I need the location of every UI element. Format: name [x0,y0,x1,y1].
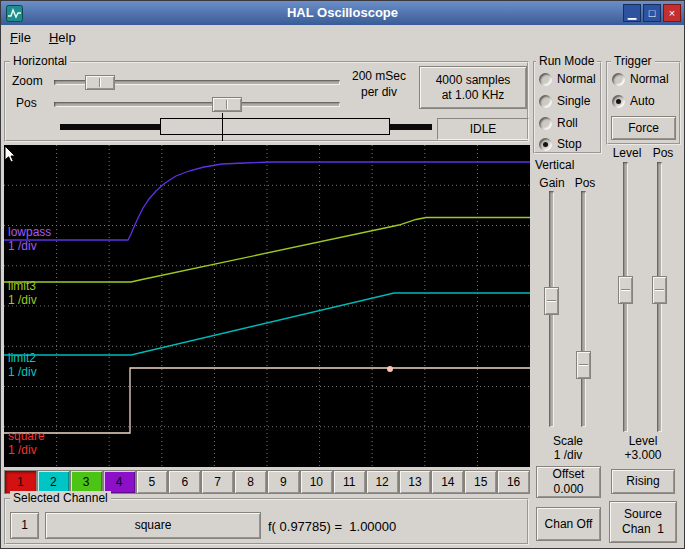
trigger-pos-slider[interactable] [652,162,667,432]
vertical-pos-slider[interactable] [576,191,591,427]
trigger-pos-slider-handle[interactable] [652,276,667,304]
force-trigger-button[interactable]: Force [611,116,676,140]
vertical-gain-slider[interactable] [544,191,559,427]
record-settings-button[interactable]: 4000 samples at 1.00 KHz [419,66,527,109]
trigger-level-slider[interactable] [618,162,633,432]
channel-button-15[interactable]: 15 [464,470,497,494]
run-mode-stop-radio[interactable]: Stop [539,136,582,152]
vertical-section-label: Vertical [535,158,574,172]
radio-icon [612,95,625,108]
horizontal-pos-label: Pos [16,96,37,110]
vertical-pos-slider-track[interactable] [581,191,586,427]
zoom-label: Zoom [12,74,43,88]
record-window-outline [160,118,390,135]
menubar: File Help [1,25,684,50]
trigger-level-value: +3.000 [609,448,677,462]
channel-button-14[interactable]: 14 [431,470,464,494]
horizontal-pos-slider-handle[interactable] [212,97,242,112]
trigger-auto-radio[interactable]: Auto [612,93,655,109]
run-mode-single-radio[interactable]: Single [539,93,590,109]
app-window: HAL Oscilloscope ▁ □ × File Help Horizon… [0,0,685,549]
trigger-level-slider-handle[interactable] [618,276,633,304]
trigger-level-slider-label: Level [607,146,647,160]
channel-button-13[interactable]: 13 [399,470,432,494]
vertical-pos-slider-handle[interactable] [576,351,591,379]
time-per-div-value: 200 mSec [343,69,415,83]
trigger-source-line1: Source [624,507,662,522]
channel-button-12[interactable]: 12 [366,470,399,494]
zoom-slider[interactable] [54,75,340,90]
trigger-normal-radio[interactable]: Normal [612,71,669,87]
channel-button-5[interactable]: 5 [136,470,169,494]
horizontal-frame-label: Horizontal [10,54,70,68]
radio-icon [539,73,552,86]
channel-button-10[interactable]: 10 [300,470,333,494]
channel-button-16[interactable]: 16 [497,470,530,494]
trigger-position-tick [222,113,223,141]
scope-plot [4,145,530,467]
channel-button-11[interactable]: 11 [333,470,366,494]
record-samples-line: 4000 samples [436,73,511,88]
radio-label: Normal [630,72,669,86]
titlebar[interactable]: HAL Oscilloscope ▁ □ × [1,1,684,25]
time-per-div-units: per div [343,85,415,99]
minimize-icon[interactable]: ▁ [623,4,641,22]
radio-label: Normal [557,72,596,86]
scope-display[interactable]: lowpass1 /divlimit31 /divlimit21 /divsqu… [4,145,530,467]
menu-file[interactable]: File [1,27,40,48]
trigger-pos-slider-label: Pos [647,146,679,160]
radio-icon [539,95,552,108]
radio-label: Single [557,94,590,108]
vertical-pos-label: Pos [570,176,600,190]
record-position-bar [8,113,432,141]
mouse-cursor [4,145,18,165]
offset-value: 0.000 [553,482,583,497]
horizontal-pos-slider[interactable] [54,97,340,112]
radio-icon [539,117,552,130]
trigger-source-button[interactable]: Source Chan 1 [609,501,677,543]
window-title: HAL Oscilloscope [1,5,684,20]
vertical-scale-caption: Scale [534,434,602,448]
channel-off-button[interactable]: Chan Off [536,507,601,541]
vertical-gain-slider-handle[interactable] [544,287,559,315]
maximize-icon[interactable]: □ [643,4,661,22]
offset-caption: Offset [553,467,585,482]
radio-label: Auto [630,94,655,108]
trigger-marker [387,366,393,372]
window-controls: ▁ □ × [623,4,681,22]
close-icon[interactable]: × [663,4,681,22]
zoom-slider-handle[interactable] [85,75,115,90]
scope-channel-label-lowpass: lowpass1 /div [8,226,51,253]
radio-label: Stop [557,137,582,151]
selected-channel-number[interactable]: 1 [10,512,39,539]
run-mode-normal-radio[interactable]: Normal [539,71,596,87]
acquisition-status: IDLE [437,118,529,140]
menu-help[interactable]: Help [40,27,85,48]
channel-button-8[interactable]: 8 [234,470,267,494]
selected-channel-source-button[interactable]: square [45,512,261,539]
channel-button-7[interactable]: 7 [201,470,234,494]
trigger-edge-button[interactable]: Rising [611,469,675,494]
run-mode-frame-label: Run Mode [536,54,597,68]
trigger-frame-label: Trigger [611,54,655,68]
vertical-offset-button[interactable]: Offset 0.000 [536,466,601,498]
horizontal-pos-slider-track[interactable] [54,102,340,107]
vertical-scale-value: 1 /div [534,448,602,462]
channel-button-9[interactable]: 9 [267,470,300,494]
run-mode-roll-radio[interactable]: Roll [539,115,578,131]
selected-channel-frame-label: Selected Channel [10,491,111,505]
vertical-gain-label: Gain [536,176,568,190]
scope-channel-label-square: square1 /div [8,430,45,457]
selected-channel-value: f( 0.97785) = 1.00000 [268,519,396,534]
scope-channel-label-limit2: limit21 /div [8,352,37,379]
radio-icon [612,73,625,86]
radio-label: Roll [557,116,578,130]
trigger-level-caption: Level [609,434,677,448]
radio-icon [539,138,552,151]
scope-channel-label-limit3: limit31 /div [8,280,37,307]
record-rate-line: at 1.00 KHz [442,88,505,103]
channel-button-6[interactable]: 6 [168,470,201,494]
trigger-source-line2: Chan 1 [622,522,664,537]
